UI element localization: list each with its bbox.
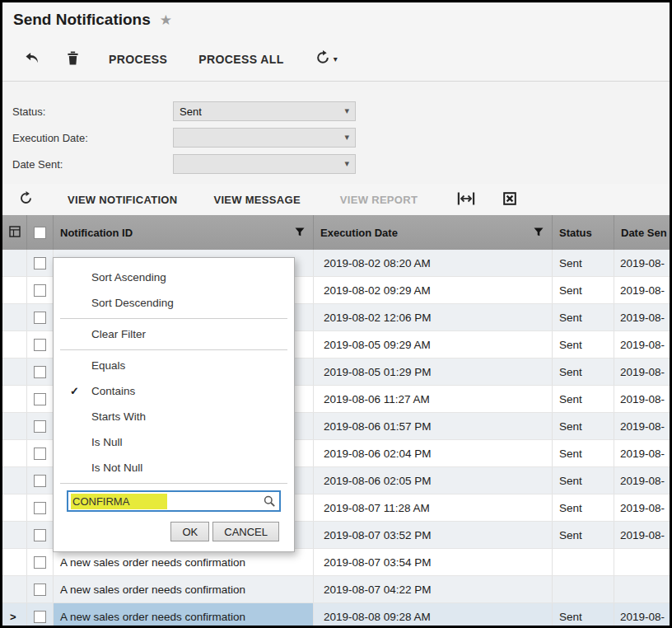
cell-date-sent[interactable]: 2019-08- bbox=[614, 250, 670, 276]
execution-date-dropdown[interactable]: ▾ bbox=[173, 128, 356, 148]
header-notification-id[interactable]: Notification ID bbox=[54, 215, 314, 250]
cell-status[interactable]: Sent bbox=[553, 522, 614, 548]
delete-button[interactable] bbox=[63, 48, 82, 71]
row-checkbox-cell bbox=[27, 331, 54, 358]
cell-date-sent[interactable]: 2019-08- bbox=[614, 467, 670, 494]
cell-execution-date[interactable]: 2019-08-05 09:29 AM bbox=[314, 331, 553, 358]
favorite-star-icon[interactable]: ★ bbox=[160, 12, 172, 29]
row-checkbox[interactable] bbox=[34, 366, 46, 378]
table-row[interactable]: > A new sales order needs confirmation 2… bbox=[2, 576, 670, 603]
cell-status[interactable] bbox=[553, 549, 614, 575]
filter-menu-item[interactable]: ✓ Equals bbox=[54, 353, 294, 378]
table-row[interactable]: > A new sales order needs confirmation 2… bbox=[2, 603, 670, 626]
filter-menu-item[interactable]: ✓ Clear Filter bbox=[54, 321, 294, 347]
cell-status[interactable]: Sent bbox=[553, 250, 614, 276]
header-execution-date[interactable]: Execution Date bbox=[314, 215, 553, 250]
filter-funnel-icon[interactable] bbox=[295, 227, 305, 237]
cell-execution-date[interactable]: 2019-08-05 01:29 PM bbox=[314, 359, 553, 385]
cell-date-sent[interactable]: 2019-08- bbox=[614, 359, 670, 385]
filter-menu-item[interactable]: ✓ Starts With bbox=[54, 404, 294, 429]
select-all-checkbox[interactable] bbox=[34, 227, 46, 239]
table-row[interactable]: > A new sales order needs confirmation 2… bbox=[2, 549, 670, 576]
cell-date-sent[interactable]: 2019-08- bbox=[614, 440, 670, 466]
row-checkbox[interactable] bbox=[34, 284, 46, 297]
row-checkbox[interactable] bbox=[34, 583, 46, 596]
cell-execution-date[interactable]: 2019-08-02 09:29 AM bbox=[314, 277, 553, 303]
cell-date-sent[interactable]: 2019-08- bbox=[614, 277, 670, 303]
cell-date-sent[interactable] bbox=[614, 576, 670, 602]
cell-date-sent[interactable]: 2019-08- bbox=[614, 494, 670, 521]
cell-status[interactable]: Sent bbox=[553, 304, 614, 330]
row-checkbox[interactable] bbox=[34, 475, 46, 487]
row-checkbox[interactable] bbox=[34, 448, 46, 460]
cell-execution-date[interactable]: 2019-08-07 11:28 AM bbox=[314, 494, 553, 521]
cell-execution-date[interactable]: 2019-08-07 03:52 PM bbox=[314, 522, 553, 548]
cell-status[interactable]: Sent bbox=[553, 331, 614, 358]
undo-button[interactable] bbox=[21, 48, 44, 71]
cell-execution-date[interactable]: 2019-08-06 11:27 AM bbox=[314, 386, 553, 412]
cell-execution-date[interactable]: 2019-08-07 03:54 PM bbox=[314, 549, 553, 575]
fit-width-button[interactable] bbox=[454, 189, 478, 211]
row-checkbox[interactable] bbox=[34, 312, 46, 324]
view-notification-button[interactable]: VIEW NOTIFICATION bbox=[64, 190, 180, 209]
cell-status[interactable]: Sent bbox=[553, 277, 614, 303]
cell-date-sent[interactable]: 2019-08- bbox=[614, 331, 670, 358]
process-button[interactable]: PROCESS bbox=[105, 49, 170, 69]
row-checkbox[interactable] bbox=[34, 556, 46, 569]
row-checkbox[interactable] bbox=[34, 529, 46, 541]
cell-status[interactable]: Sent bbox=[553, 467, 614, 494]
view-message-button[interactable]: VIEW MESSAGE bbox=[210, 190, 303, 209]
refresh-dropdown-button[interactable]: ▾ bbox=[312, 47, 341, 71]
cell-status[interactable]: Sent bbox=[553, 386, 614, 412]
header-row-settings[interactable] bbox=[2, 215, 27, 250]
status-dropdown[interactable]: Sent ▾ bbox=[173, 101, 356, 121]
row-checkbox[interactable] bbox=[34, 420, 46, 433]
cell-execution-date[interactable]: 2019-08-06 01:57 PM bbox=[314, 413, 553, 439]
filter-funnel-icon[interactable] bbox=[534, 227, 544, 237]
cell-execution-date[interactable]: 2019-08-02 08:20 AM bbox=[314, 250, 553, 276]
process-all-button[interactable]: PROCESS ALL bbox=[195, 49, 287, 69]
cell-execution-date[interactable]: 2019-08-02 12:06 PM bbox=[314, 304, 553, 330]
cell-notification-id[interactable]: A new sales order needs confirmation bbox=[54, 603, 314, 626]
filter-menu-items: ✓ Sort Ascending ✓ Sort Descending ✓ Cle… bbox=[54, 265, 294, 484]
cell-date-sent[interactable]: 2019-08- bbox=[614, 304, 670, 330]
cell-date-sent[interactable] bbox=[614, 549, 670, 575]
row-checkbox[interactable] bbox=[34, 339, 46, 351]
header-select-all[interactable] bbox=[27, 215, 54, 250]
header-status[interactable]: Status bbox=[553, 215, 614, 250]
row-checkbox[interactable] bbox=[34, 502, 46, 514]
cell-status[interactable]: Sent bbox=[553, 494, 614, 521]
row-gutter: > bbox=[2, 576, 27, 602]
cell-status[interactable] bbox=[553, 576, 614, 602]
filter-menu-item[interactable]: ✓ Contains bbox=[54, 378, 294, 404]
filter-menu-item[interactable]: ✓ Sort Descending bbox=[54, 290, 294, 316]
cell-date-sent[interactable]: 2019-08- bbox=[614, 386, 670, 412]
filter-menu-item[interactable]: ✓ Is Null bbox=[54, 429, 294, 455]
filter-menu-item[interactable]: ✓ Is Not Null bbox=[54, 455, 294, 480]
cancel-button[interactable]: CANCEL bbox=[212, 522, 279, 541]
cell-status[interactable]: Sent bbox=[553, 413, 614, 439]
cell-date-sent[interactable]: 2019-08- bbox=[614, 413, 670, 439]
filter-value-input[interactable]: CONFIRMA bbox=[67, 490, 281, 512]
cell-execution-date[interactable]: 2019-08-07 04:22 PM bbox=[314, 576, 553, 602]
selected-row-arrow-icon: > bbox=[10, 611, 16, 623]
grid-refresh-button[interactable] bbox=[16, 188, 36, 211]
ok-button[interactable]: OK bbox=[170, 522, 209, 541]
row-checkbox[interactable] bbox=[34, 393, 46, 405]
cell-notification-id[interactable]: A new sales order needs confirmation bbox=[54, 549, 314, 575]
row-checkbox[interactable] bbox=[34, 611, 46, 623]
row-checkbox[interactable] bbox=[34, 257, 46, 269]
date-sent-dropdown[interactable]: ▾ bbox=[173, 154, 356, 174]
cell-date-sent[interactable]: 2019-08- bbox=[614, 522, 670, 548]
cell-status[interactable]: Sent bbox=[553, 440, 614, 466]
cell-status[interactable]: Sent bbox=[553, 603, 614, 626]
cell-execution-date[interactable]: 2019-08-06 02:04 PM bbox=[314, 440, 553, 466]
cell-execution-date[interactable]: 2019-08-06 02:05 PM bbox=[314, 467, 553, 494]
cell-execution-date[interactable]: 2019-08-08 09:28 AM bbox=[314, 603, 553, 626]
filter-menu-item[interactable]: ✓ Sort Ascending bbox=[54, 265, 294, 290]
cell-notification-id[interactable]: A new sales order needs confirmation bbox=[54, 576, 314, 602]
header-date-sent[interactable]: Date Sen bbox=[614, 215, 670, 250]
cell-date-sent[interactable]: 2019-08- bbox=[614, 603, 670, 626]
cell-status[interactable]: Sent bbox=[553, 359, 614, 385]
export-excel-button[interactable] bbox=[500, 189, 520, 211]
